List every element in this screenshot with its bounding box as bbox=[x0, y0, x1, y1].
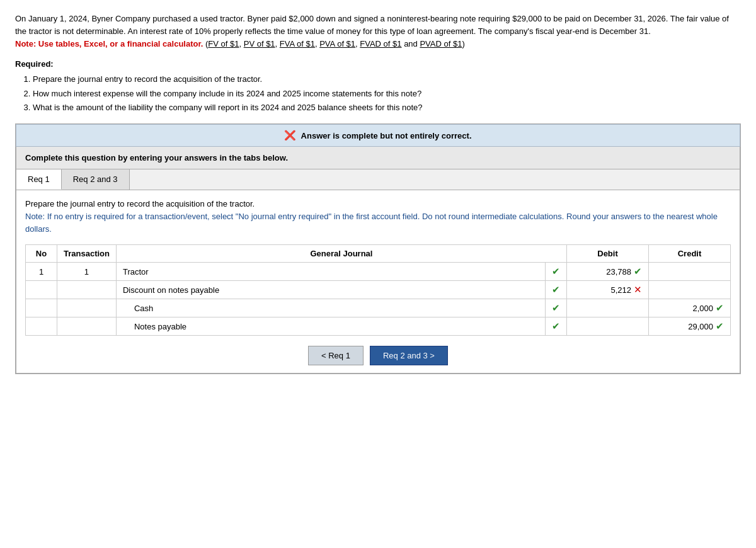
col-debit: Debit bbox=[567, 245, 649, 263]
row4-account: Notes payable bbox=[116, 317, 545, 336]
table-row: Discount on notes payable ✔ 5,212 ✕ bbox=[26, 281, 731, 299]
col-no: No bbox=[26, 245, 57, 263]
credit-check-icon: ✔ bbox=[716, 321, 724, 332]
table-row: Notes payable ✔ 29,000 ✔ bbox=[26, 317, 731, 336]
pvad-link[interactable]: PVAD of $1 bbox=[420, 39, 462, 49]
tabs-container: Req 1 Req 2 and 3 Prepare the journal en… bbox=[16, 169, 740, 374]
check-icon: ✔ bbox=[552, 321, 560, 331]
req-item-2: How much interest expense will the compa… bbox=[33, 87, 741, 101]
row3-check: ✔ bbox=[546, 299, 567, 317]
row3-transaction bbox=[57, 299, 117, 317]
req-item-3: What is the amount of the liability the … bbox=[33, 101, 741, 115]
error-icon: ❌ bbox=[284, 130, 296, 140]
tab-req2and3[interactable]: Req 2 and 3 bbox=[62, 169, 130, 190]
note-label: Note: Use tables, Excel, or a financial … bbox=[15, 39, 203, 49]
prev-button[interactable]: < Req 1 bbox=[308, 346, 364, 365]
row3-credit: 2,000 ✔ bbox=[649, 299, 731, 317]
pv-link[interactable]: PV of $1 bbox=[244, 39, 275, 49]
row3-no bbox=[26, 299, 57, 317]
instruction-note: Note: If no entry is required for a tran… bbox=[25, 212, 718, 234]
required-list: Prepare the journal entry to record the … bbox=[33, 72, 741, 114]
table-row: 1 1 Tractor ✔ 23,788 ✔ bbox=[26, 263, 731, 281]
check-icon: ✔ bbox=[552, 284, 560, 295]
credit-check-icon: ✔ bbox=[716, 302, 724, 314]
tabs-row: Req 1 Req 2 and 3 bbox=[16, 169, 740, 190]
row2-credit bbox=[649, 281, 731, 299]
col-transaction: Transaction bbox=[57, 245, 117, 263]
required-section: Required: Prepare the journal entry to r… bbox=[15, 59, 741, 114]
row4-debit bbox=[567, 317, 649, 336]
journal-table: No Transaction General Journal Debit Cre… bbox=[25, 244, 731, 336]
intro-text: On January 1, 2024, Byner Company purcha… bbox=[15, 14, 729, 36]
row1-no: 1 bbox=[26, 263, 57, 281]
row4-credit: 29,000 ✔ bbox=[649, 317, 731, 336]
row2-transaction bbox=[57, 281, 117, 299]
pva-link[interactable]: PVA of $1 bbox=[319, 39, 355, 49]
answer-container: ❌ Answer is complete but not entirely co… bbox=[15, 123, 741, 374]
answer-status-bar: ❌ Answer is complete but not entirely co… bbox=[16, 124, 740, 147]
row3-debit bbox=[567, 299, 649, 317]
required-title: Required: bbox=[15, 59, 741, 69]
row1-account: Tractor bbox=[116, 263, 545, 281]
row4-transaction bbox=[57, 317, 117, 336]
col-credit: Credit bbox=[649, 245, 731, 263]
row1-debit: 23,788 ✔ bbox=[567, 263, 649, 281]
fv-link[interactable]: FV of $1 bbox=[208, 39, 239, 49]
check-icon: ✔ bbox=[552, 266, 560, 277]
nav-buttons: < Req 1 Req 2 and 3 > bbox=[25, 346, 731, 365]
row2-account: Discount on notes payable bbox=[116, 281, 545, 299]
row1-credit bbox=[649, 263, 731, 281]
debit-check-icon: ✔ bbox=[634, 266, 642, 277]
intro-paragraph: On January 1, 2024, Byner Company purcha… bbox=[15, 13, 741, 50]
next-button[interactable]: Req 2 and 3 > bbox=[370, 346, 448, 365]
check-icon: ✔ bbox=[552, 302, 560, 313]
row4-no bbox=[26, 317, 57, 336]
row3-account: Cash bbox=[116, 299, 545, 317]
col-general-journal: General Journal bbox=[116, 245, 566, 263]
row2-no bbox=[26, 281, 57, 299]
row2-debit: 5,212 ✕ bbox=[567, 281, 649, 299]
req-item-1: Prepare the journal entry to record the … bbox=[33, 72, 741, 86]
tab-req1[interactable]: Req 1 bbox=[16, 169, 62, 190]
row1-check: ✔ bbox=[546, 263, 567, 281]
table-row: Cash ✔ 2,000 ✔ bbox=[26, 299, 731, 317]
answer-status-message: Answer is complete but not entirely corr… bbox=[301, 131, 472, 140]
row2-check: ✔ bbox=[546, 281, 567, 299]
tab1-content: Prepare the journal entry to record the … bbox=[16, 190, 740, 373]
instruction-main: Prepare the journal entry to record the … bbox=[25, 199, 255, 208]
fva-link[interactable]: FVA of $1 bbox=[280, 39, 315, 49]
fvad-link[interactable]: FVAD of $1 bbox=[360, 39, 401, 49]
row1-transaction: 1 bbox=[57, 263, 117, 281]
complete-instruction: Complete this question by entering your … bbox=[16, 147, 740, 169]
debit-error-icon: ✕ bbox=[634, 284, 642, 295]
row4-check: ✔ bbox=[546, 317, 567, 336]
tab1-instructions: Prepare the journal entry to record the … bbox=[25, 198, 731, 236]
